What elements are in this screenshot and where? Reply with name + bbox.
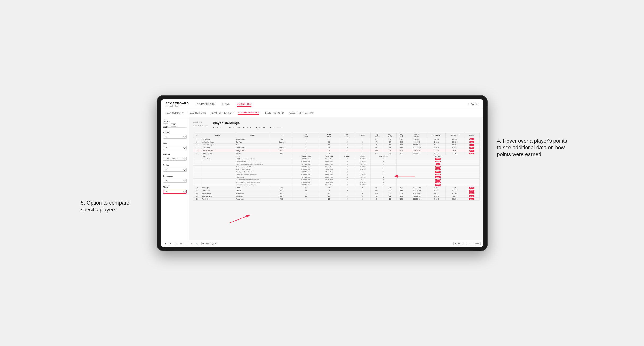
refresh-btn[interactable]: ↺ bbox=[174, 242, 178, 245]
year-select[interactable]: (All) bbox=[163, 146, 186, 150]
sub-cell-status: PLAYED bbox=[355, 160, 370, 163]
cell-rank: 22 bbox=[193, 186, 201, 189]
back-btn[interactable]: ◀ bbox=[164, 242, 167, 245]
cell-wins: 1 bbox=[355, 146, 370, 149]
filter-region-label: Region: bbox=[256, 127, 263, 129]
cell-points[interactable]: 88.2 bbox=[464, 138, 480, 141]
view-label: View: Original bbox=[205, 243, 216, 245]
division-label: Division bbox=[163, 153, 186, 155]
cell-wins: 0 bbox=[355, 192, 370, 195]
cell-points[interactable]: 60.27 bbox=[464, 189, 480, 192]
sub-cell-event: The Cypress Point Classic bbox=[234, 171, 293, 173]
cell-reg-rank: 1 bbox=[293, 141, 318, 143]
sub-cell-points: 30.47 bbox=[396, 176, 480, 178]
sub-cell-type: Stroke Play bbox=[319, 168, 340, 171]
cell-record: 514-111-12 bbox=[407, 186, 427, 189]
eye-icon: 👁 bbox=[454, 243, 456, 245]
cell-points[interactable]: 60.58 bbox=[464, 186, 480, 189]
cell-points[interactable]: 76.2 bbox=[464, 141, 480, 143]
filter-conference-label: Conference: bbox=[270, 127, 281, 129]
event-table-row: Mirabel Maui Jim Intercollegiate NCAA Di… bbox=[193, 183, 480, 186]
table-row: 24 Bastien Amat New Mexico Fourth 1 27 2… bbox=[193, 192, 480, 195]
no-rds-max-input[interactable] bbox=[171, 123, 176, 127]
sub-nav-player-h2h-grid[interactable]: PLAYER H2H GRID bbox=[264, 112, 284, 115]
sub-nav-player-summary[interactable]: PLAYER SUMMARY bbox=[238, 112, 259, 115]
plus-btn[interactable]: + bbox=[190, 242, 194, 245]
nav-tournaments[interactable]: TOURNAMENTS bbox=[196, 102, 215, 107]
cell-points[interactable]: 58.49 bbox=[464, 197, 480, 200]
cell-points[interactable]: 58.18 bbox=[464, 152, 480, 155]
col-vs-top50: Vs Top 50 bbox=[446, 133, 464, 138]
sub-cell-status: PLAYED bbox=[355, 173, 370, 176]
cell-record: 674-33-12 bbox=[407, 152, 427, 155]
cell-points[interactable]: 60.9 bbox=[464, 149, 480, 152]
sub-cell-rank-impact: 0 bbox=[370, 168, 396, 171]
cell-points[interactable]: 60.95 bbox=[464, 195, 480, 197]
sub-cell-rank-impact: +0 bbox=[370, 181, 396, 183]
cell-adj-score: 68.2 bbox=[370, 146, 383, 149]
table-row: 4 Luke Claton Florida State Second 5 27 … bbox=[193, 146, 480, 149]
copy-btn[interactable]: ⧉ bbox=[180, 242, 183, 245]
sign-out-btn[interactable]: Sign out bbox=[471, 103, 478, 105]
cell-no-rds: 2 bbox=[340, 149, 355, 152]
sub-nav-team-summary[interactable]: TEAM SUMMARY bbox=[166, 112, 184, 115]
cell-rank: 23 bbox=[193, 189, 201, 192]
cell-no-rds: 1 bbox=[340, 186, 355, 189]
sub-cell-player bbox=[201, 181, 235, 183]
watch-btn[interactable]: 👁 Watch bbox=[454, 242, 463, 245]
download-btn[interactable]: ⬇ bbox=[465, 242, 469, 245]
sub-cell-player bbox=[201, 160, 235, 163]
cell-player: Michael Thorbjornsen bbox=[201, 143, 235, 146]
region-select[interactable]: N/A bbox=[163, 168, 186, 172]
gender-select[interactable]: Men Women bbox=[163, 135, 186, 139]
clock-btn[interactable]: 🕐 bbox=[195, 242, 199, 245]
cell-reg-rank: 12 bbox=[293, 195, 318, 197]
division-select[interactable]: NCAA Division I bbox=[163, 157, 186, 161]
annotation-left: 5. Option to compare specific players bbox=[81, 199, 147, 213]
cell-adj-score: 69.4 bbox=[370, 192, 383, 195]
sub-cell-status: PLAYED bbox=[355, 163, 370, 165]
share-btn[interactable]: ↗ Share bbox=[471, 242, 480, 245]
no-rds-slider[interactable] bbox=[163, 127, 186, 128]
view-original-btn[interactable]: ◉ View: Original bbox=[201, 242, 217, 245]
cell-school: Florida bbox=[234, 186, 270, 189]
standings-title: Player Standings bbox=[213, 121, 480, 125]
cell-no-rds: 0 bbox=[340, 197, 355, 200]
conference-section: Conference (All) bbox=[163, 175, 186, 183]
bottom-toolbar: ◀ ▶ ↺ ⧉ — + 🕐 ◉ View: Original 👁 Watch ⬇ bbox=[161, 240, 484, 247]
cell-reg-rank: 11 bbox=[293, 189, 318, 192]
sub-nav-player-h2h-heatmap[interactable]: PLAYER H2H HEATMAP bbox=[288, 112, 314, 115]
nav-teams[interactable]: TEAMS bbox=[222, 102, 230, 107]
player-select[interactable]: (All) bbox=[163, 190, 186, 194]
cell-reg-rank: 2 bbox=[293, 149, 318, 152]
conference-select[interactable]: (All) bbox=[163, 179, 186, 182]
dash-btn[interactable]: — bbox=[185, 242, 188, 245]
cell-to-par: -3.2 bbox=[383, 138, 396, 141]
share-icon: ↗ bbox=[472, 243, 474, 245]
no-rds-min-input[interactable] bbox=[163, 123, 168, 127]
sub-cell-points: 16.50 bbox=[396, 173, 480, 176]
sub-cell-event: SEC Match Play hosted by Jerry Pate bbox=[234, 178, 293, 181]
cell-points[interactable]: 60.02 bbox=[464, 192, 480, 195]
forward-btn[interactable]: ▶ bbox=[169, 242, 172, 245]
nav-committee[interactable]: COMMITTEE bbox=[237, 102, 252, 107]
cell-points[interactable]: 70.2 bbox=[464, 143, 480, 146]
sub-nav-team-h2h-grid[interactable]: TEAM H2H GRID bbox=[188, 112, 206, 115]
cell-school: New Mexico bbox=[234, 192, 270, 195]
no-rds-separator: – bbox=[169, 124, 170, 126]
sub-cell-player bbox=[201, 165, 235, 168]
sub-cell-type: Stroke Play bbox=[319, 165, 340, 168]
event-table-row: Southern Highlands Collegiate NCAA Divis… bbox=[193, 165, 480, 168]
sub-nav-team-h2h-heatmap[interactable]: TEAM H2H HEATMAP bbox=[211, 112, 234, 115]
cell-conf-rank: 27 bbox=[319, 146, 340, 149]
cell-yr: Fourth bbox=[270, 143, 293, 146]
col-no-rds: NoRds. bbox=[340, 133, 355, 138]
sub-cell-rounds: 3 bbox=[340, 176, 355, 178]
sub-cell-division: NCAA Division I bbox=[293, 171, 318, 173]
sub-col-type: Event Type bbox=[319, 155, 340, 158]
cell-yr: Fourth bbox=[270, 149, 293, 152]
sub-cell-player bbox=[201, 176, 235, 178]
cell-points[interactable]: 68.5 bbox=[464, 146, 480, 149]
sub-cell-division: NCAA Division I bbox=[293, 158, 318, 160]
cell-to-par: -0.8 bbox=[383, 186, 396, 189]
